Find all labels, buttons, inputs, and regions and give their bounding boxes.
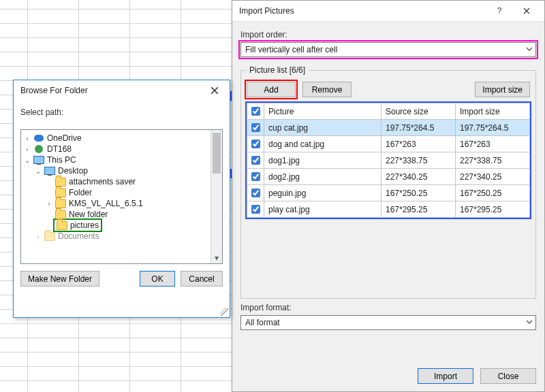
cell-source-size: 197.75*264.5: [382, 120, 456, 136]
table-row[interactable]: dog1.jpg227*338.75227*338.75: [247, 152, 530, 169]
chevron-down-icon: [526, 45, 533, 54]
ok-button[interactable]: OK: [140, 271, 175, 287]
cloud-icon: [34, 135, 44, 142]
cell-source-size: 227*338.75: [382, 152, 456, 169]
import-order-select[interactable]: Fill vertically cell after cell: [240, 42, 536, 57]
table-row[interactable]: peguin.jpg167*250.25167*250.25: [247, 185, 530, 201]
picture-list-legend: Picture list [6/6]: [247, 65, 308, 75]
desktop-icon: [44, 167, 55, 175]
row-checkbox[interactable]: [251, 172, 260, 181]
row-checkbox[interactable]: [251, 189, 260, 197]
row-checkbox[interactable]: [251, 156, 260, 165]
folder-icon: [55, 178, 66, 186]
cell-import-size: 227*340.25: [456, 169, 530, 185]
dialog-title: Import Pictures: [239, 6, 486, 16]
cell-import-size: 197.75*264.5: [456, 120, 530, 136]
cell-import-size: 167*250.25: [456, 185, 530, 201]
cell-source-size: 167*250.25: [382, 185, 456, 201]
close-button[interactable]: Close: [480, 368, 536, 384]
tree-item-pictures[interactable]: pictures: [70, 220, 99, 230]
import-format-select[interactable]: All format: [240, 315, 536, 330]
import-pictures-dialog: Import Pictures ? Import order: Fill ver…: [232, 0, 545, 392]
cell-import-size: 167*263: [456, 136, 530, 152]
user-icon: [35, 145, 43, 153]
resize-grip[interactable]: [220, 308, 228, 316]
cell-picture: dog and cat.jpg: [264, 136, 382, 152]
add-button[interactable]: Add: [247, 82, 296, 97]
dialog-title: Browse For Folder: [20, 86, 204, 95]
select-path-label: Select path:: [20, 108, 223, 117]
tree-item-kms[interactable]: KMS_VL_ALL_6.5.1: [69, 199, 143, 208]
scroll-down-icon[interactable]: ▾: [211, 252, 222, 263]
cell-source-size: 167*295.25: [382, 201, 456, 218]
table-row[interactable]: cup cat.jpg197.75*264.5197.75*264.5: [247, 120, 530, 136]
remove-button[interactable]: Remove: [302, 82, 352, 97]
import-format-label: Import format:: [240, 303, 536, 312]
import-order-label: Import order:: [240, 30, 536, 39]
chevron-down-icon: [526, 318, 533, 327]
row-checkbox[interactable]: [251, 123, 260, 132]
row-checkbox[interactable]: [251, 140, 260, 148]
tree-item-desktop[interactable]: Desktop: [58, 166, 88, 176]
folder-icon: [55, 189, 66, 197]
table-row[interactable]: dog and cat.jpg167*263167*263: [247, 136, 530, 152]
col-source-size[interactable]: Source size: [382, 103, 456, 120]
tree-item-newf[interactable]: New folder: [69, 210, 108, 219]
cancel-button[interactable]: Cancel: [181, 271, 223, 287]
col-import-size[interactable]: Import size: [456, 103, 530, 120]
picture-table: Picture Source size Import size cup cat.…: [247, 103, 530, 218]
col-picture[interactable]: Picture: [264, 103, 382, 120]
cell-picture: play cat.jpg: [264, 201, 382, 218]
cell-source-size: 227*340.25: [382, 169, 456, 185]
titlebar[interactable]: Browse For Folder: [14, 80, 230, 101]
cell-picture: peguin.jpg: [264, 185, 382, 201]
tree-item-documents[interactable]: Documents: [58, 231, 99, 241]
scroll-thumb[interactable]: [213, 133, 221, 174]
folder-icon: [57, 221, 67, 230]
browse-folder-dialog: Browse For Folder Select path: ›OneDrive…: [13, 80, 230, 318]
cell-source-size: 167*263: [382, 136, 456, 152]
cell-picture: dog2.jpg: [264, 169, 382, 185]
folder-icon: [55, 199, 66, 208]
make-new-folder-button[interactable]: Make New Folder: [20, 271, 99, 287]
select-all-checkbox[interactable]: [251, 107, 260, 116]
cell-picture: dog1.jpg: [264, 152, 382, 169]
tree-item-folder[interactable]: Folder: [69, 188, 92, 197]
help-button[interactable]: ?: [486, 2, 513, 20]
import-order-value: Fill vertically cell after cell: [245, 45, 337, 54]
cell-import-size: 167*295.25: [456, 201, 530, 218]
table-row[interactable]: play cat.jpg167*295.25167*295.25: [247, 201, 530, 218]
row-checkbox[interactable]: [251, 205, 260, 214]
titlebar[interactable]: Import Pictures ?: [232, 1, 544, 22]
folder-tree[interactable]: ›OneDrive ›DT168 ⌄This PC ⌄Desktop attac…: [20, 129, 223, 264]
folder-icon: [44, 232, 55, 241]
monitor-icon: [33, 156, 44, 164]
scrollbar[interactable]: ▴ ▾: [211, 130, 222, 263]
tree-item-onedrive[interactable]: OneDrive: [47, 133, 82, 143]
picture-list-group: Picture list [6/6] Add Remove Import siz…: [240, 65, 536, 299]
tree-item-user[interactable]: DT168: [47, 144, 72, 154]
close-icon[interactable]: [513, 2, 540, 20]
cell-picture: cup cat.jpg: [264, 120, 382, 136]
close-icon[interactable]: [204, 82, 225, 99]
cell-import-size: 227*338.75: [456, 152, 530, 169]
picture-table-wrap: Picture Source size Import size cup cat.…: [247, 103, 530, 218]
import-button[interactable]: Import: [418, 368, 473, 384]
tree-item-thispc[interactable]: This PC: [47, 155, 76, 165]
tree-item-att[interactable]: attachments saver: [69, 177, 136, 186]
table-row[interactable]: dog2.jpg227*340.25227*340.25: [247, 169, 530, 185]
folder-icon: [55, 210, 66, 219]
import-size-button[interactable]: Import size: [475, 82, 530, 97]
import-format-value: All format: [245, 318, 280, 327]
